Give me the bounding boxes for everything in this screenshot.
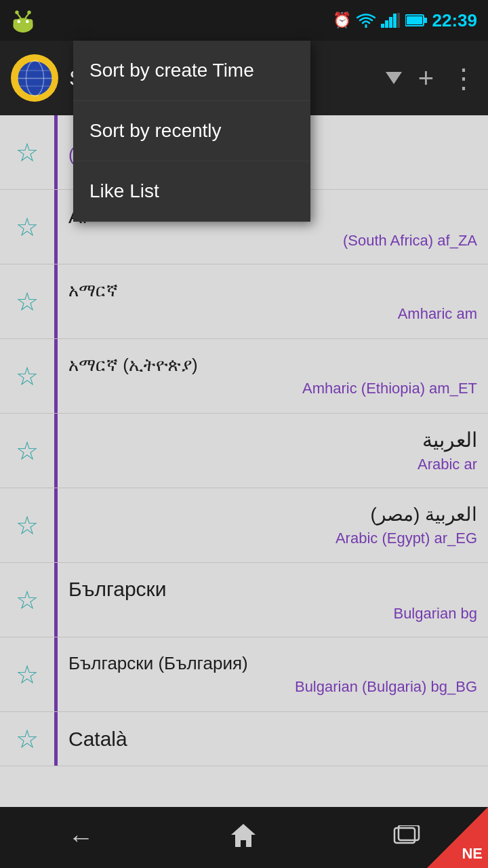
menu-item-like-list[interactable]: Like List [73, 161, 310, 222]
toolbar-actions: + ⋮ [380, 62, 477, 94]
svg-rect-14 [424, 18, 427, 23]
svg-point-7 [27, 11, 30, 14]
alarm-icon: ⏰ [333, 12, 351, 29]
svg-marker-21 [231, 824, 256, 847]
bottom-nav: ← NE [0, 807, 488, 868]
status-bar: ⏰ 22:39 [0, 0, 488, 41]
more-button[interactable]: ⋮ [450, 62, 477, 94]
svg-point-6 [15, 11, 18, 14]
svg-rect-8 [381, 24, 384, 28]
back-button[interactable]: ← [54, 818, 107, 858]
menu-item-sort-recently[interactable]: Sort by recently [73, 101, 310, 161]
signal-icon [381, 13, 400, 28]
status-time: 22:39 [432, 10, 478, 31]
svg-point-2 [17, 20, 20, 24]
menu-item-sort-create-time[interactable]: Sort by create Time [73, 41, 310, 101]
svg-rect-12 [397, 13, 400, 28]
battery-icon [405, 14, 427, 27]
svg-rect-11 [393, 14, 396, 28]
recents-button[interactable] [380, 818, 434, 857]
status-left [11, 8, 35, 33]
ne-text: NE [462, 845, 483, 863]
svg-rect-1 [14, 19, 33, 28]
svg-point-3 [26, 20, 29, 24]
svg-rect-15 [407, 16, 422, 24]
globe-icon [11, 54, 58, 102]
svg-rect-9 [385, 20, 388, 28]
android-icon [11, 8, 35, 33]
status-right: ⏰ 22:39 [333, 10, 478, 31]
svg-rect-10 [389, 17, 392, 28]
ne-badge: NE [427, 807, 488, 868]
dropdown-menu: Sort by create Time Sort by recently Lik… [73, 41, 310, 222]
dropdown-arrow-icon[interactable] [386, 72, 402, 84]
add-button[interactable]: + [418, 63, 434, 94]
wifi-icon [357, 13, 375, 28]
home-button[interactable] [216, 817, 270, 859]
